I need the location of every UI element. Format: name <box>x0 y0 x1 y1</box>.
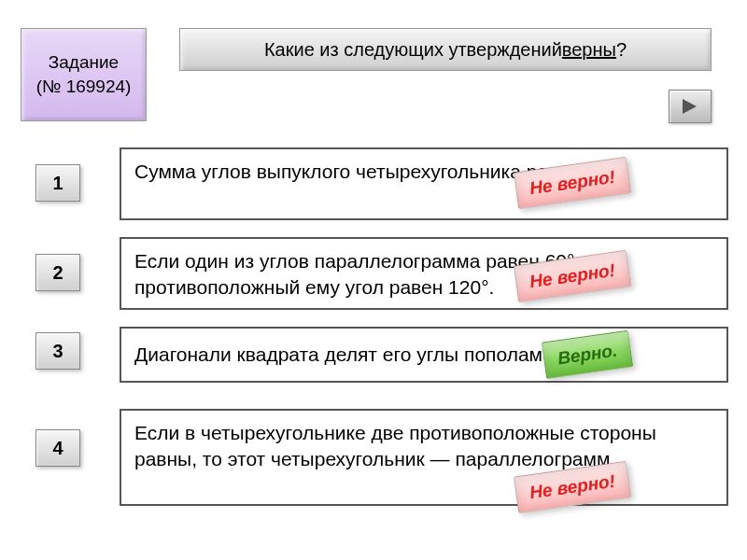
statement-4: Если в четырехугольнике две противополож… <box>120 409 728 506</box>
statement-1: Сумма углов выпуклого четырехугольника р… <box>120 147 728 220</box>
question-prefix: Какие из следующих утверждений <box>264 39 562 61</box>
option-button-3[interactable]: 3 <box>35 332 80 370</box>
arrow-right-icon <box>680 96 700 117</box>
question-bar: Какие из следующих утверждений верны ? <box>179 28 712 71</box>
option-button-1[interactable]: 1 <box>35 164 80 202</box>
next-arrow-button[interactable] <box>669 90 712 123</box>
task-label: Задание <box>49 52 119 73</box>
statement-2: Если один из углов параллелограмма равен… <box>120 237 728 310</box>
task-number-line: (№ 169924) <box>36 77 132 97</box>
question-emph: верны <box>562 39 616 61</box>
svg-marker-0 <box>683 99 697 114</box>
task-card: Задание (№ 169924) <box>21 28 147 121</box>
option-button-4[interactable]: 4 <box>35 429 80 467</box>
statement-3: Диагонали квадрата делят его углы попола… <box>120 327 728 383</box>
question-suffix: ? <box>616 39 627 61</box>
option-button-2[interactable]: 2 <box>35 254 80 291</box>
